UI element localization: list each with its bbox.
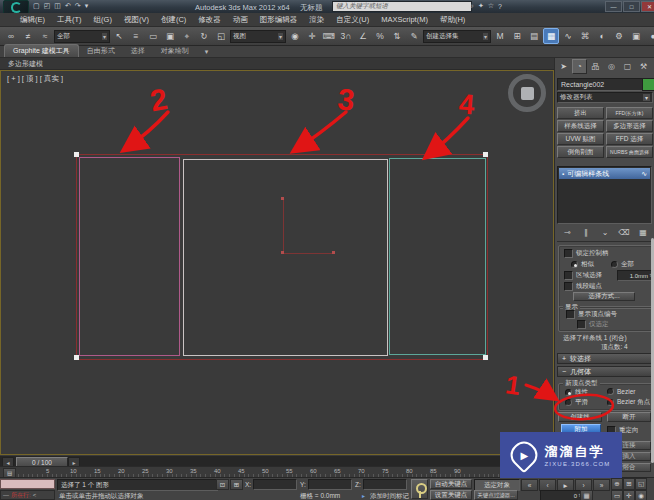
help-icon[interactable]: ? bbox=[498, 3, 502, 10]
stack-item-editable-spline[interactable]: ▪ 可编辑样条线 ∿ bbox=[559, 168, 650, 179]
minimize-button[interactable]: — bbox=[605, 1, 622, 12]
motion-tab-icon[interactable]: ◎ bbox=[604, 59, 619, 74]
search-icon[interactable]: ⌕ bbox=[470, 2, 474, 10]
absolute-offset-icon[interactable]: ⊞ bbox=[230, 479, 243, 490]
modifier-button-样条线选择[interactable]: 样条线选择 bbox=[557, 120, 604, 132]
linear-radio[interactable]: 线性 bbox=[565, 388, 588, 397]
rectangle-left[interactable] bbox=[79, 157, 180, 356]
l-spline-vertex[interactable] bbox=[281, 251, 284, 254]
window-crossing-icon[interactable]: ▣ bbox=[162, 28, 178, 44]
segment-end-checkbox[interactable]: 线段端点 bbox=[564, 282, 602, 291]
zoom-region-icon[interactable]: ▭ bbox=[611, 490, 623, 500]
modifier-button-挤出[interactable]: 挤出 bbox=[557, 107, 604, 119]
close-button[interactable]: ✕ bbox=[641, 1, 654, 12]
render-production-icon[interactable]: ● bbox=[645, 28, 654, 44]
lock-handles-checkbox[interactable]: 锁定控制柄 bbox=[564, 249, 609, 258]
area-threshold-spinner[interactable]: 1.0mm ⇅ bbox=[617, 270, 654, 281]
area-selection-checkbox[interactable]: 区域选择 bbox=[564, 271, 602, 280]
rectangle-middle[interactable] bbox=[183, 159, 388, 356]
menu-自定义(U)[interactable]: 自定义(U) bbox=[330, 15, 375, 25]
selected-only-checkbox[interactable]: 仅选定 bbox=[577, 320, 609, 329]
add-time-tag[interactable]: 添加时间标记 bbox=[370, 492, 409, 500]
set-key-big-button[interactable] bbox=[411, 479, 428, 499]
macro-recorder-field[interactable] bbox=[0, 479, 55, 489]
set-key-button[interactable]: 设置关键点 bbox=[430, 490, 472, 500]
selection-lock-icon[interactable]: ⊡ bbox=[216, 479, 229, 490]
select-by-button[interactable]: 选择方式... bbox=[573, 292, 635, 301]
z-coordinate-field[interactable] bbox=[363, 479, 407, 490]
viewcube[interactable] bbox=[508, 74, 546, 112]
hierarchy-tab-icon[interactable]: 品 bbox=[588, 59, 603, 74]
modifier-button-倒角剖面[interactable]: 倒角剖面 bbox=[557, 146, 604, 158]
all-radio[interactable]: 全部 bbox=[611, 260, 634, 269]
menu-修改器[interactable]: 修改器 bbox=[192, 15, 227, 25]
menu-创建(C)[interactable]: 创建(C) bbox=[155, 15, 192, 25]
select-and-link-icon[interactable]: ∞ bbox=[3, 28, 19, 44]
rectangular-selection-region-icon[interactable]: ▭ bbox=[145, 28, 161, 44]
zoom-extents-icon[interactable]: ◱ bbox=[635, 478, 647, 490]
select-object-icon[interactable]: ↖ bbox=[111, 28, 127, 44]
mirror-icon[interactable]: M bbox=[492, 28, 508, 44]
rendered-frame-icon[interactable]: ▣ bbox=[628, 28, 644, 44]
modifier-button-NURBS 曲面选择[interactable]: NURBS 曲面选择 bbox=[606, 146, 653, 158]
menu-图形编辑器[interactable]: 图形编辑器 bbox=[254, 15, 304, 25]
modifier-button-FFD(长方体)[interactable]: FFD(长方体) bbox=[606, 107, 653, 119]
y-coordinate-field[interactable] bbox=[308, 479, 352, 490]
menu-MAXScript(M)[interactable]: MAXScript(M) bbox=[375, 15, 434, 24]
maximize-button[interactable]: □ bbox=[623, 1, 640, 12]
percent-snap-icon[interactable]: % bbox=[372, 28, 388, 44]
bezier-corner-radio[interactable]: Bezier 角点 bbox=[607, 398, 650, 407]
rectangle-right[interactable] bbox=[389, 158, 486, 355]
make-unique-icon[interactable]: ⌄ bbox=[599, 227, 611, 238]
material-editor-icon[interactable]: ◐ bbox=[594, 28, 610, 44]
object-name-field[interactable]: Rectangle002 bbox=[557, 78, 643, 91]
smooth-radio[interactable]: 平滑 bbox=[565, 398, 588, 407]
ribbon-tab-1[interactable]: 自由形式 bbox=[79, 45, 123, 57]
named-selection-dropdown[interactable]: 创建选择集▾ bbox=[423, 30, 491, 43]
menu-动画[interactable]: 动画 bbox=[227, 15, 254, 25]
spline-vertex[interactable] bbox=[483, 355, 488, 360]
go-to-end-icon[interactable]: » bbox=[593, 479, 610, 491]
configure-modifier-sets-icon[interactable]: ▦ bbox=[637, 227, 649, 238]
viewport-label[interactable]: [ + ] [ 顶 ] [ 真实 ] bbox=[7, 74, 63, 84]
modifier-button-FFD 选择[interactable]: FFD 选择 bbox=[606, 133, 653, 145]
selection-filter-dropdown[interactable]: 全部▾ bbox=[54, 30, 110, 43]
ribbon-toggle-icon[interactable]: ▦ bbox=[543, 28, 559, 44]
ribbon-tab-0[interactable]: Graphite 建模工具 bbox=[4, 44, 79, 57]
ribbon-tab-3[interactable]: 对象绘制 bbox=[153, 45, 197, 57]
show-vertex-numbers-checkbox[interactable]: 显示顶点编号 bbox=[566, 310, 617, 319]
align-icon[interactable]: ⊞ bbox=[509, 28, 525, 44]
select-by-name-icon[interactable]: ≡ bbox=[128, 28, 144, 44]
open-file-icon[interactable]: ◰ bbox=[44, 2, 51, 10]
key-filters-button[interactable]: 关键点过滤器... bbox=[474, 490, 518, 500]
redo-icon[interactable]: ↷ bbox=[75, 2, 81, 10]
l-spline-vertex[interactable] bbox=[332, 251, 335, 254]
favorites-icon[interactable]: ☆ bbox=[488, 2, 494, 10]
auto-key-button[interactable]: 自动关键点 bbox=[430, 479, 472, 489]
keyboard-override-icon[interactable]: ⌨ bbox=[321, 28, 337, 44]
ribbon-tab-2[interactable]: 选择 bbox=[123, 45, 153, 57]
select-and-scale-icon[interactable]: ◱ bbox=[213, 28, 229, 44]
modify-tab-icon[interactable]: ◔ bbox=[572, 59, 587, 74]
current-frame-field[interactable]: 0 ⇅ bbox=[540, 490, 584, 500]
unlink-selection-icon[interactable]: ≠ bbox=[20, 28, 36, 44]
break-button[interactable]: 断开 bbox=[607, 412, 651, 422]
maxscript-mini-listener[interactable]: — 所在行: < bbox=[0, 490, 55, 500]
render-setup-icon[interactable]: ⚙ bbox=[611, 28, 627, 44]
show-end-result-icon[interactable]: ∥ bbox=[580, 227, 592, 238]
snaps-toggle-icon[interactable]: 3∩ bbox=[338, 28, 354, 44]
undo-icon[interactable]: ↶ bbox=[65, 2, 71, 10]
zoom-all-icon[interactable]: ⊞ bbox=[623, 478, 635, 490]
menu-组(G)[interactable]: 组(G) bbox=[88, 15, 118, 25]
menu-编辑(E)[interactable]: 编辑(E) bbox=[14, 15, 51, 25]
x-coordinate-field[interactable] bbox=[253, 479, 297, 490]
modifier-list-dropdown[interactable]: 修改器列表 ▾ bbox=[557, 92, 653, 103]
create-tab-icon[interactable]: ➤ bbox=[556, 59, 571, 74]
viewport-top[interactable]: [ + ] [ 顶 ] [ 真实 ] bbox=[0, 70, 554, 455]
pan-icon[interactable]: ✛ bbox=[623, 490, 635, 500]
menu-视图(V)[interactable]: 视图(V) bbox=[118, 15, 155, 25]
select-and-move-icon[interactable]: ⌖ bbox=[179, 28, 195, 44]
bind-to-space-warp-icon[interactable]: ≈ bbox=[37, 28, 53, 44]
reference-coordinate-dropdown[interactable]: 视图▾ bbox=[230, 30, 286, 43]
communication-center-icon[interactable]: ✦ bbox=[478, 2, 484, 10]
